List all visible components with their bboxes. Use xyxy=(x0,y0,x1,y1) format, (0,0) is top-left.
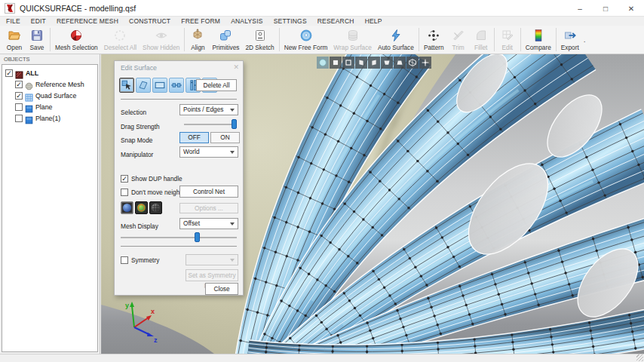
visibility-checkbox[interactable]: ✓ xyxy=(15,92,23,100)
select-tool[interactable] xyxy=(119,78,134,93)
reference-mesh-icon xyxy=(25,80,33,88)
visibility-checkbox[interactable] xyxy=(15,103,23,111)
open-icon xyxy=(8,29,21,42)
deviation-display-button[interactable] xyxy=(135,201,148,214)
fillet-icon xyxy=(474,29,488,42)
toolbar-button-primitives[interactable]: Primitives xyxy=(209,26,242,54)
toolbar-button-auto-surface[interactable]: Auto Surface xyxy=(375,26,417,54)
toolbar-button-label: Trim xyxy=(452,44,465,51)
panel-close-icon[interactable]: ✕ xyxy=(233,63,239,71)
plane-icon xyxy=(25,114,33,122)
toolbar-button-pattern[interactable]: Pattern xyxy=(421,26,447,54)
shaded-display-button[interactable] xyxy=(121,201,133,214)
snap-on-button[interactable]: ON xyxy=(210,132,240,143)
objects-tree: ✓ALL✓Reference Mesh✓Quad SurfacePlanePla… xyxy=(2,64,98,352)
insert-loop-horizontal-tool[interactable] xyxy=(169,78,184,93)
menu-research[interactable]: RESEARCH xyxy=(317,17,354,25)
toolbar-separator xyxy=(520,28,521,51)
menu-help[interactable]: HELP xyxy=(365,17,382,25)
symmetry-checkbox[interactable] xyxy=(121,256,128,264)
pattern-icon xyxy=(427,29,440,42)
plane-icon xyxy=(25,103,33,111)
maximize-button[interactable]: □ xyxy=(593,0,618,17)
tree-item-quad-surface[interactable]: ✓Quad Surface xyxy=(2,90,97,101)
trim-icon xyxy=(452,29,465,42)
objects-panel: OBJECTS ✓ALL✓Reference Mesh✓Quad Surface… xyxy=(0,54,100,354)
mesh-display-dropdown[interactable]: Offset xyxy=(179,218,238,229)
toolbar-button-compare[interactable]: Compare xyxy=(523,26,554,54)
front-view-button[interactable] xyxy=(330,57,342,69)
toolbar-button-new-free-form[interactable]: New Free Form xyxy=(281,26,331,54)
sketch-icon xyxy=(253,29,267,42)
close-button[interactable]: ✕ xyxy=(618,0,644,17)
visibility-checkbox[interactable] xyxy=(15,115,23,122)
dont-move-neighbours-checkbox[interactable] xyxy=(121,189,128,196)
toolbar-button-deselect-all: Deselect All xyxy=(101,26,140,54)
menu-bar: FILEEDITREFERENCE MESHCONSTRUCTFREE FORM… xyxy=(0,17,644,26)
toolbar-button-label: Mesh Selection xyxy=(55,44,98,51)
tree-item-label: ALL xyxy=(26,69,38,77)
edit-grid-icon xyxy=(501,29,514,42)
menu-settings[interactable]: SETTINGS xyxy=(274,17,307,25)
quad-surface-icon xyxy=(25,91,33,100)
back-view-button[interactable] xyxy=(342,57,354,69)
export-icon xyxy=(563,29,577,42)
iso-view-button[interactable] xyxy=(406,57,419,69)
view-toolbar xyxy=(317,57,431,69)
toolbar-button-label: Fillet xyxy=(474,44,488,51)
mesh-display-handle[interactable] xyxy=(195,232,200,242)
tree-item-plane-1[interactable]: Plane(1) xyxy=(2,112,97,124)
resize-grip[interactable] xyxy=(636,354,643,361)
menu-free-form[interactable]: FREE FORM xyxy=(181,17,220,25)
menu-reference-mesh[interactable]: REFERENCE MESH xyxy=(57,17,118,25)
shaded-view-button[interactable] xyxy=(317,57,329,69)
delete-all-button[interactable]: Delete All xyxy=(196,79,237,91)
toolbar-button-label: Primitives xyxy=(212,44,239,51)
toolbar-button-align[interactable]: Align xyxy=(186,26,209,54)
manipulator-label: Manipulator xyxy=(121,151,153,158)
top-view-button[interactable] xyxy=(381,57,393,69)
mesh-display-slider[interactable] xyxy=(121,237,237,238)
left-view-button[interactable] xyxy=(355,57,367,69)
toolbar-button-2d-sketch[interactable]: 2D Sketch xyxy=(242,26,277,54)
toolbar-overflow-button[interactable]: . xyxy=(584,35,586,44)
axis-y-label: y xyxy=(125,302,129,309)
visibility-checkbox[interactable]: ✓ xyxy=(5,69,13,77)
tree-item-all[interactable]: ✓ALL xyxy=(2,67,97,78)
toolbar-separator xyxy=(419,28,419,51)
axis-x-label: x xyxy=(151,308,155,315)
tree-item-reference-mesh[interactable]: ✓Reference Mesh xyxy=(2,78,97,90)
rectangle-tool[interactable] xyxy=(152,78,167,93)
manipulator-dropdown[interactable]: World xyxy=(179,146,238,158)
menu-analysis[interactable]: ANALYSIS xyxy=(231,17,263,25)
selection-dropdown[interactable]: Points / Edges xyxy=(179,104,238,115)
toolbar-button-label: Wrap Surface xyxy=(333,44,372,51)
tree-item-label: Quad Surface xyxy=(35,92,76,100)
wrap-surface-icon xyxy=(346,29,360,42)
snap-off-button[interactable]: OFF xyxy=(179,132,209,143)
toolbar-button-export[interactable]: Export xyxy=(558,26,582,54)
drag-strength-slider[interactable] xyxy=(184,124,237,125)
menu-file[interactable]: FILE xyxy=(6,17,20,25)
show-dup-handle-checkbox[interactable]: ✓ xyxy=(121,175,128,183)
mesh-display-button[interactable] xyxy=(149,201,162,214)
toolbar-button-open[interactable]: Open xyxy=(3,26,26,54)
toolbar-button-mesh-selection[interactable]: Mesh Selection xyxy=(52,26,101,54)
fit-view-button[interactable] xyxy=(419,57,431,69)
viewport-3d[interactable]: y x z Edit Surface ✕ Delete All Selectio… xyxy=(101,54,644,354)
menu-edit[interactable]: EDIT xyxy=(31,17,46,25)
move-face-tool[interactable] xyxy=(136,78,151,93)
toolbar-button-save[interactable]: Save xyxy=(26,26,48,54)
menu-construct[interactable]: CONSTRUCT xyxy=(129,17,170,25)
close-panel-button[interactable]: Close xyxy=(205,283,238,295)
toolbar: OpenSaveMesh SelectionDeselect AllShow H… xyxy=(0,26,644,54)
visibility-checkbox[interactable]: ✓ xyxy=(15,81,23,88)
right-view-button[interactable] xyxy=(368,57,380,69)
tree-item-label: Reference Mesh xyxy=(35,81,84,88)
control-net-button[interactable]: Control Net xyxy=(179,186,238,198)
minimize-button[interactable]: – xyxy=(567,0,593,17)
bottom-view-button[interactable] xyxy=(394,57,406,69)
drag-strength-handle[interactable] xyxy=(232,119,237,129)
drag-strength-label: Drag Strength xyxy=(121,123,160,130)
tree-item-plane[interactable]: Plane xyxy=(2,101,97,112)
